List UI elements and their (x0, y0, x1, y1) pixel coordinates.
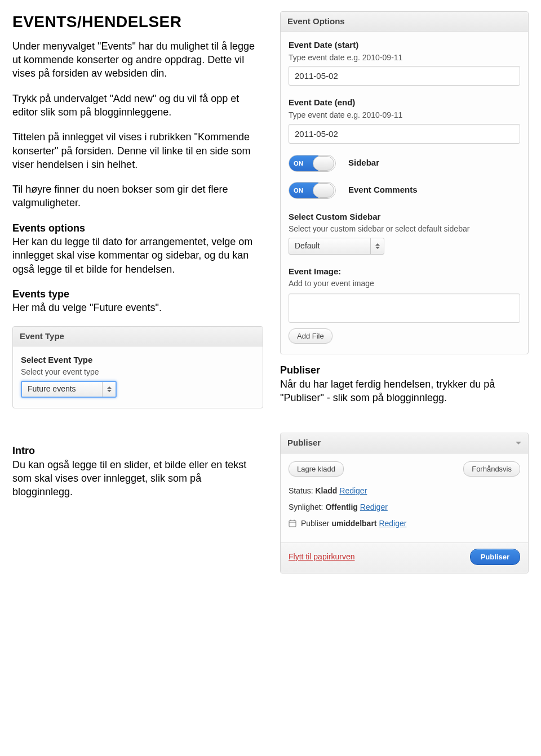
visibility-value: Offentlig (325, 502, 358, 512)
svg-rect-0 (289, 521, 296, 527)
edit-status-link[interactable]: Rediger (339, 486, 367, 495)
custom-sidebar-help: Select your custom sidebar or select def… (289, 224, 520, 234)
save-draft-button[interactable]: Lagre kladd (289, 461, 344, 477)
schedule-bold: umiddelbart (331, 519, 376, 528)
publish-button[interactable]: Publiser (470, 549, 520, 565)
intro-heading: Intro (12, 444, 263, 457)
select-arrow-icon (370, 238, 384, 254)
toggle-knob (313, 156, 334, 171)
event-date-start-input[interactable] (289, 66, 520, 86)
preview-button[interactable]: Forhåndsvis (463, 461, 520, 477)
intro-body: Du kan også legge til en slider, et bild… (12, 459, 246, 498)
move-to-trash-link[interactable]: Flytt til papirkurven (289, 552, 354, 562)
intro-para-2: Trykk på undervalget "Add new" og du vil… (12, 92, 263, 119)
event-image-help: Add to your event image (289, 278, 520, 289)
event-date-start-label: Event Date (start) (289, 39, 520, 51)
schedule-text: Publiser (301, 519, 330, 528)
calendar-icon (289, 519, 296, 527)
intro-para-1: Under menyvalget "Events" har du mulighe… (12, 39, 263, 81)
intro-para-4: Til høyre finner du noen bokser som gir … (12, 183, 263, 210)
event-date-end-label: Event Date (end) (289, 97, 520, 108)
event-type-panel-title: Event Type (13, 327, 263, 346)
intro-para-3: Tittelen på innlegget vil vises i rubrik… (12, 130, 263, 171)
events-options-heading: Events options (12, 221, 263, 235)
comments-toggle[interactable]: ON (289, 182, 336, 199)
event-date-start-help: Type event date e.g. 2010-09-11 (289, 52, 520, 63)
visibility-label: Synlighet: (289, 502, 323, 512)
toggle-on-text: ON (294, 186, 304, 194)
custom-sidebar-select[interactable]: Default (289, 238, 384, 255)
select-event-type-label: Select Event Type (21, 354, 255, 366)
publish-panel-title: Publiser (287, 437, 321, 448)
custom-sidebar-select-value: Default (295, 241, 320, 251)
publish-body: Når du har laget ferdig hendelsen, trykk… (280, 379, 495, 403)
event-options-panel: Event Options Event Date (start) Type ev… (280, 11, 529, 354)
select-arrow-icon (102, 382, 116, 397)
event-type-select[interactable]: Future events (21, 381, 117, 398)
page-heading: EVENTS/HENDELSER (12, 11, 263, 33)
status-value: Kladd (315, 486, 337, 495)
event-type-select-value: Future events (28, 384, 76, 394)
status-label: Status: (289, 486, 313, 495)
select-event-type-help: Select your event type (21, 367, 255, 377)
events-options-body: Her kan du legge til dato for arrangemen… (12, 236, 252, 275)
edit-schedule-link[interactable]: Rediger (379, 519, 406, 528)
events-type-body: Her må du velge "Future events". (12, 302, 162, 313)
caret-down-icon[interactable] (516, 442, 521, 444)
event-image-upload-area[interactable] (289, 293, 520, 323)
publish-panel: Publiser Lagre kladd Forhåndsvis Status:… (280, 433, 529, 573)
sidebar-toggle[interactable]: ON (289, 155, 336, 172)
add-file-button[interactable]: Add File (289, 328, 332, 344)
toggle-on-text: ON (294, 159, 304, 167)
publish-heading: Publiser (280, 363, 529, 377)
event-date-end-help: Type event date e.g. 2010-09-11 (289, 110, 520, 121)
custom-sidebar-label: Select Custom Sidebar (289, 211, 520, 223)
sidebar-toggle-label: Sidebar (348, 157, 379, 168)
toggle-knob (313, 183, 334, 198)
edit-visibility-link[interactable]: Rediger (360, 502, 388, 512)
event-type-panel: Event Type Select Event Type Select your… (12, 326, 263, 408)
comments-toggle-label: Event Comments (348, 184, 418, 195)
event-options-title: Event Options (281, 12, 528, 32)
event-image-label: Event Image: (289, 266, 520, 277)
event-date-end-input[interactable] (289, 124, 520, 144)
events-type-heading: Events type (12, 287, 263, 301)
